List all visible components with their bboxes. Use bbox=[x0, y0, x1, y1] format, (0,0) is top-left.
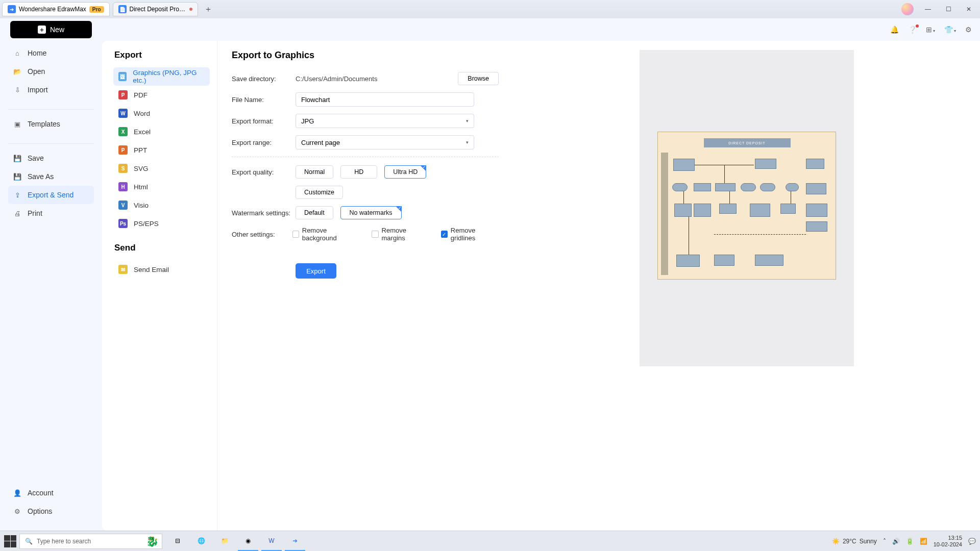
pseps-file-icon: Ps bbox=[118, 219, 128, 228]
watermark-option-no-watermarks[interactable]: No watermarks bbox=[340, 206, 402, 219]
export-item-pseps[interactable]: PsPS/EPS bbox=[113, 214, 210, 233]
templates-icon: ▣ bbox=[13, 120, 21, 128]
nav-item-home[interactable]: ⌂Home bbox=[8, 44, 94, 62]
export-item-label: Word bbox=[134, 110, 150, 117]
browse-button[interactable]: Browse bbox=[458, 72, 499, 85]
checkbox-margins[interactable]: Remove margins bbox=[372, 227, 428, 242]
window-minimize-button[interactable]: — bbox=[919, 2, 937, 16]
tab-app[interactable]: ➜ Wondershare EdrawMax Pro bbox=[2, 2, 110, 16]
save-icon: 💾 bbox=[13, 154, 21, 162]
file-name-input[interactable] bbox=[296, 92, 474, 107]
format-label: Export format: bbox=[232, 117, 296, 125]
explorer-icon[interactable]: 📁 bbox=[214, 532, 235, 551]
checkbox-label: Remove gridlines bbox=[451, 227, 499, 242]
export-item-visio[interactable]: VVisio bbox=[113, 196, 210, 214]
range-value: Current page bbox=[301, 139, 340, 146]
windows-taskbar: 🔍 Type here to search 🐉 ⊟ 🌐 📁 ◉ W ➜ ☀️ 2… bbox=[0, 531, 980, 551]
nav-item-save[interactable]: 💾Save bbox=[8, 149, 94, 167]
format-select[interactable]: JPG ▾ bbox=[296, 114, 474, 128]
checkbox-label: Remove background bbox=[302, 227, 360, 242]
battery-icon[interactable]: 🔋 bbox=[906, 538, 914, 545]
range-label: Export range: bbox=[232, 139, 296, 146]
clock-date: 10-02-2024 bbox=[934, 541, 962, 547]
settings-heading: Export to Graphics bbox=[232, 50, 499, 61]
visio-file-icon: V bbox=[118, 201, 128, 210]
word-icon[interactable]: W bbox=[261, 532, 282, 551]
quality-option-normal[interactable]: Normal bbox=[296, 165, 333, 179]
nav-item-saveas[interactable]: 💾Save As bbox=[8, 167, 94, 186]
watermark-label: Watermark settings: bbox=[232, 209, 296, 217]
export-column: Export 🖼Graphics (PNG, JPG etc.)PPDFWWor… bbox=[102, 41, 217, 531]
tray-chevron-icon[interactable]: ˄ bbox=[883, 538, 886, 545]
notifications-tray-icon[interactable]: 💬 bbox=[968, 538, 976, 545]
export-item-excel[interactable]: XExcel bbox=[113, 122, 210, 141]
nav-item-print[interactable]: 🖨Print bbox=[8, 204, 94, 222]
word-file-icon: W bbox=[118, 109, 128, 118]
save-dir-value: C:/Users/Admin/Documents bbox=[296, 75, 377, 83]
send-heading: Send bbox=[113, 243, 217, 253]
range-select[interactable]: Current page ▾ bbox=[296, 135, 474, 149]
checkbox-box-icon bbox=[292, 231, 299, 238]
taskbar-search[interactable]: 🔍 Type here to search 🐉 bbox=[19, 534, 162, 549]
export-item-html[interactable]: HHtml bbox=[113, 178, 210, 196]
window-close-button[interactable]: ✕ bbox=[960, 2, 978, 16]
import-icon: ⇩ bbox=[13, 86, 21, 94]
nav-item-account[interactable]: 👤Account bbox=[8, 484, 94, 502]
taskbar-clock[interactable]: 13:15 10-02-2024 bbox=[934, 535, 962, 547]
export-item-svg[interactable]: SSVG bbox=[113, 159, 210, 178]
wifi-icon[interactable]: 📶 bbox=[920, 538, 927, 545]
ppt-file-icon: P bbox=[118, 145, 128, 155]
nav-label: Import bbox=[28, 86, 48, 94]
send-item-email[interactable]: ✉Send Email bbox=[113, 260, 210, 279]
send-item-label: Send Email bbox=[134, 266, 169, 273]
customize-button[interactable]: Customize bbox=[296, 186, 343, 199]
window-maximize-button[interactable]: ☐ bbox=[939, 2, 958, 16]
html-file-icon: H bbox=[118, 182, 128, 191]
nav-item-options[interactable]: ⚙Options bbox=[8, 502, 94, 520]
export-item-word[interactable]: WWord bbox=[113, 104, 210, 122]
export-item-pdf[interactable]: PPDF bbox=[113, 86, 210, 104]
open-icon: 📂 bbox=[13, 67, 21, 76]
new-button[interactable]: ＋ New bbox=[10, 21, 92, 38]
checkbox-bg[interactable]: Remove background bbox=[292, 227, 360, 242]
quality-option-ultra-hd[interactable]: Ultra HD bbox=[384, 165, 426, 179]
quality-label: Export quality: bbox=[232, 168, 296, 176]
export-item-graphics[interactable]: 🖼Graphics (PNG, JPG etc.) bbox=[113, 67, 210, 86]
export-item-ppt[interactable]: PPPT bbox=[113, 141, 210, 159]
preview-panel: DIRECT DEPOSIT bbox=[513, 41, 980, 531]
graphics-file-icon: 🖼 bbox=[118, 72, 127, 81]
search-placeholder: Type here to search bbox=[37, 538, 91, 545]
document-icon: 📄 bbox=[118, 5, 127, 13]
nav-item-exportsend[interactable]: ⇪Export & Send bbox=[8, 186, 94, 204]
export-item-label: SVG bbox=[134, 165, 149, 172]
save-dir-label: Save directory: bbox=[232, 75, 296, 83]
checkbox-gridlines[interactable]: ✓Remove gridlines bbox=[441, 227, 499, 242]
nav-label: Open bbox=[28, 67, 45, 76]
tab-document[interactable]: 📄 Direct Deposit Pro… bbox=[113, 2, 198, 16]
export-button[interactable]: Export bbox=[296, 263, 336, 279]
user-avatar-icon[interactable] bbox=[901, 3, 914, 15]
toolbox-icon[interactable]: 👕▾ bbox=[944, 26, 956, 34]
quality-option-hd[interactable]: HD bbox=[340, 165, 377, 179]
nav-item-open[interactable]: 📂Open bbox=[8, 62, 94, 81]
edrawmax-icon[interactable]: ➜ bbox=[285, 532, 305, 551]
settings-gear-icon[interactable]: ⚙ bbox=[965, 26, 972, 34]
notifications-icon[interactable]: 🔔 bbox=[890, 26, 899, 34]
edge-icon[interactable]: 🌐 bbox=[191, 532, 211, 551]
nav-label: Export & Send bbox=[28, 191, 74, 199]
start-button[interactable] bbox=[4, 535, 16, 547]
volume-icon[interactable]: 🔊 bbox=[892, 538, 900, 545]
nav-label: Print bbox=[28, 209, 42, 217]
nav-item-templates[interactable]: ▣Templates bbox=[8, 115, 94, 133]
format-value: JPG bbox=[301, 117, 314, 125]
task-view-icon[interactable]: ⊟ bbox=[167, 532, 188, 551]
help-icon[interactable]: ❔ bbox=[908, 26, 917, 34]
export-item-label: Visio bbox=[134, 202, 149, 209]
apps-icon[interactable]: ⊞▾ bbox=[926, 26, 935, 34]
other-label: Other settings: bbox=[232, 231, 292, 238]
weather-widget[interactable]: ☀️ 29°C Sunny bbox=[832, 538, 877, 545]
chrome-icon[interactable]: ◉ bbox=[238, 532, 258, 551]
nav-item-import[interactable]: ⇩Import bbox=[8, 81, 94, 99]
watermark-option-default[interactable]: Default bbox=[296, 206, 333, 219]
new-tab-button[interactable]: ＋ bbox=[201, 2, 215, 16]
